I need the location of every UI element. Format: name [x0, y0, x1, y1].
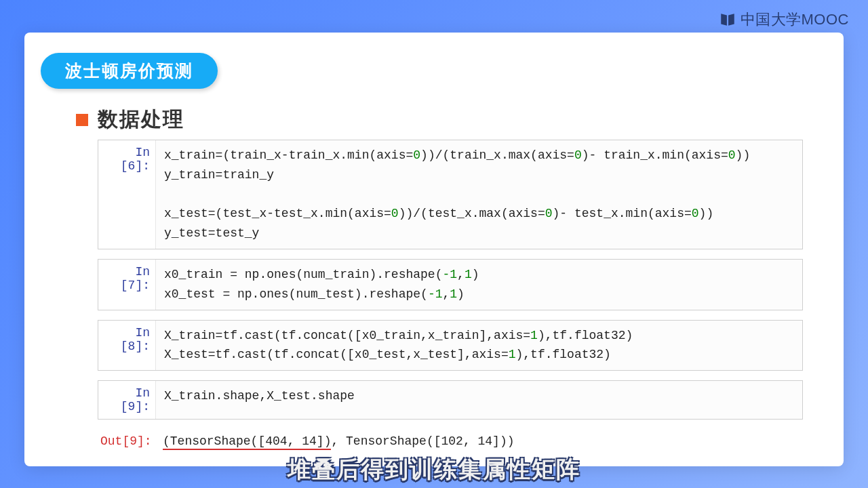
cell-in-6: In [6]: x_train=(train_x-train_x.min(axi…	[98, 140, 803, 249]
title-text: 波士顿房价预测	[65, 61, 193, 80]
mooc-watermark: 中国大学MOOC	[719, 9, 849, 30]
in-prompt-7: In [7]:	[98, 260, 155, 310]
section-bullet-icon	[76, 114, 88, 126]
cell-in-9: In [9]: X_train.shape,X_test.shape	[98, 380, 803, 420]
cell-in-8: In [8]: X_train=tf.cast(tf.concat([x0_tr…	[98, 320, 803, 371]
out-text-9: (TensorShape([404, 14]), TensorShape([10…	[155, 429, 803, 455]
slide-card: 波士顿房价预测 数据处理 In [6]: x_train=(train_x-tr…	[24, 33, 844, 466]
section-heading: 数据处理	[76, 106, 184, 134]
code-9: X_train.shape,X_test.shape	[155, 381, 802, 419]
in-prompt-8: In [8]:	[98, 321, 155, 371]
book-icon	[719, 11, 736, 28]
watermark-text: 中国大学MOOC	[741, 9, 849, 30]
out-highlight: (TensorShape([404, 14])	[163, 434, 331, 450]
section-label: 数据处理	[98, 106, 184, 134]
out-prompt-9: Out[9]:	[98, 429, 155, 455]
code-6: x_train=(train_x-train_x.min(axis=0))/(t…	[155, 140, 802, 249]
in-prompt-9: In [9]:	[98, 381, 155, 419]
cell-in-7: In [7]: x0_train = np.ones(num_train).re…	[98, 259, 803, 310]
code-7: x0_train = np.ones(num_train).reshape(-1…	[155, 260, 802, 310]
notebook: In [6]: x_train=(train_x-train_x.min(axi…	[98, 140, 803, 465]
title-pill: 波士顿房价预测	[41, 53, 218, 89]
code-8: X_train=tf.cast(tf.concat([x0_train,x_tr…	[155, 321, 802, 371]
cell-out-9: Out[9]: (TensorShape([404, 14]), TensorS…	[98, 429, 803, 455]
slide-background: 中国大学MOOC 波士顿房价预测 数据处理 In [6]: x_train=(t…	[0, 0, 868, 488]
in-prompt-6: In [6]:	[98, 140, 155, 249]
